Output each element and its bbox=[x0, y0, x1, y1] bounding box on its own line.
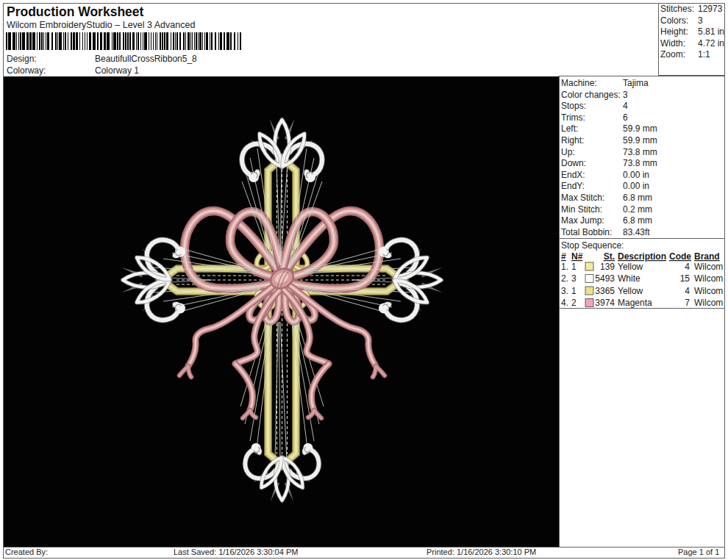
svg-text:4: 4 bbox=[685, 262, 690, 272]
svg-text:3974: 3974 bbox=[595, 298, 615, 308]
svg-text:1: 1 bbox=[571, 286, 577, 296]
svg-text:3365: 3365 bbox=[595, 286, 615, 296]
svg-text:#: # bbox=[561, 251, 566, 262]
svg-text:Code: Code bbox=[669, 251, 691, 262]
svg-text:3: 3 bbox=[571, 273, 577, 284]
svg-text:3.: 3. bbox=[561, 286, 568, 296]
svg-text:Wilcom: Wilcom bbox=[694, 286, 723, 296]
svg-text:Wilcom: Wilcom bbox=[694, 262, 723, 272]
svg-text:5493: 5493 bbox=[595, 273, 615, 284]
svg-text:1.: 1. bbox=[561, 262, 568, 272]
svg-text:2.: 2. bbox=[561, 273, 568, 284]
svg-text:Wilcom: Wilcom bbox=[694, 298, 723, 308]
svg-text:139: 139 bbox=[600, 262, 615, 272]
svg-text:2: 2 bbox=[571, 298, 577, 308]
svg-text:4: 4 bbox=[685, 286, 690, 296]
svg-text:15: 15 bbox=[680, 273, 690, 284]
svg-text:7: 7 bbox=[685, 298, 690, 308]
svg-text:1: 1 bbox=[571, 262, 577, 272]
svg-text:St.: St. bbox=[604, 251, 615, 262]
svg-text:White: White bbox=[618, 273, 640, 284]
svg-text:Brand: Brand bbox=[694, 251, 720, 262]
svg-text:Magenta: Magenta bbox=[618, 298, 652, 308]
svg-text:4.: 4. bbox=[561, 298, 568, 308]
svg-text:Yellow: Yellow bbox=[618, 286, 643, 296]
svg-text:Yellow: Yellow bbox=[618, 262, 643, 272]
svg-text:Description: Description bbox=[618, 251, 666, 262]
svg-text:Wilcom: Wilcom bbox=[694, 273, 723, 284]
svg-text:N#: N# bbox=[571, 251, 583, 262]
